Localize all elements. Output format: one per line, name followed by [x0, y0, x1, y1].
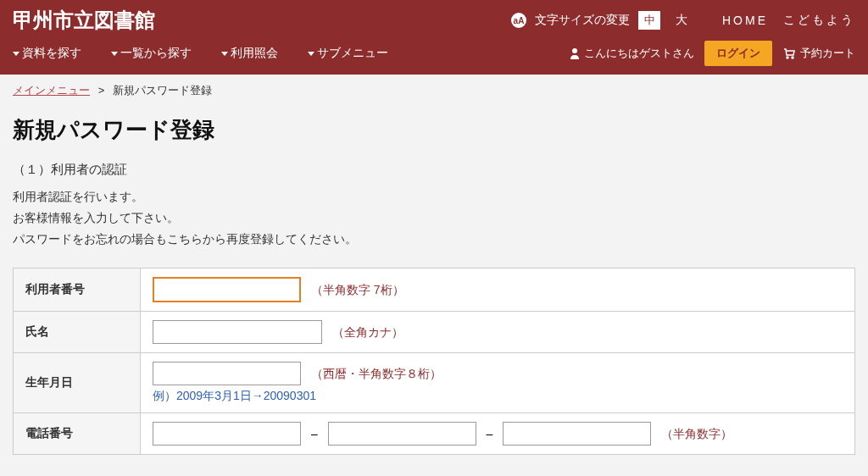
cart-link[interactable]: 予約カート: [782, 46, 855, 61]
header: 甲州市立図書館 aA 文字サイズの変更 中 大 HOME こどもよう 資料を探す…: [0, 0, 868, 75]
menu-search[interactable]: 資料を探す: [13, 46, 81, 61]
greeting: こんにちはゲストさん: [569, 46, 694, 61]
breadcrumb-current: 新規パスワード登録: [113, 84, 212, 97]
description-line-1: 利用者認証を行います。: [13, 186, 855, 208]
svg-point-1: [787, 57, 788, 58]
cart-icon: [782, 47, 796, 59]
description: 利用者認証を行います。 お客様情報を入力して下さい。 パスワードをお忘れの場合も…: [13, 186, 855, 251]
phone-hint: （半角数字）: [661, 427, 732, 440]
cell-birth: （西暦・半角数字８桁） 例）2009年3月1日→20090301: [141, 352, 855, 412]
home-link[interactable]: HOME: [722, 14, 768, 27]
breadcrumb-separator: >: [98, 84, 105, 97]
menu-submenu[interactable]: サブメニュー: [308, 46, 388, 61]
cell-name: （全角カナ）: [141, 311, 855, 352]
user-number-hint: （半角数字 7桁）: [311, 283, 404, 296]
phone-dash-1: –: [311, 427, 318, 440]
kids-link[interactable]: こどもよう: [783, 13, 855, 28]
caret-down-icon: [308, 52, 314, 56]
header-bottom-row: 資料を探す 一覧から探す 利用照会 サブメニュー こんにちはゲストさん ログイン…: [0, 34, 868, 75]
content: 新規パスワード登録 （１）利用者の認証 利用者認証を行います。 お客様情報を入力…: [0, 107, 868, 476]
description-line-3: パスワードをお忘れの場合もこちらから再度登録してください。: [13, 229, 855, 250]
row-name: 氏名 （全角カナ）: [14, 311, 855, 352]
menu-list-label: 一覧から探す: [120, 46, 192, 61]
font-size-large-button[interactable]: 大: [669, 13, 694, 28]
birth-input[interactable]: [153, 362, 301, 385]
phone-input-3[interactable]: [503, 422, 651, 446]
row-user-number: 利用者番号 （半角数字 7桁）: [14, 268, 855, 311]
header-top-row: 甲州市立図書館 aA 文字サイズの変更 中 大 HOME こどもよう: [0, 0, 868, 34]
row-phone: 電話番号 – – （半角数字）: [14, 412, 855, 454]
name-hint: （全角カナ）: [332, 325, 403, 339]
menu-search-label: 資料を探す: [22, 46, 81, 61]
font-size-icon: aA: [511, 13, 526, 28]
label-phone: 電話番号: [14, 412, 141, 454]
menu-usage-label: 利用照会: [231, 46, 278, 61]
form-table: 利用者番号 （半角数字 7桁） 氏名 （全角カナ） 生年月日 （西暦・半角数字８…: [13, 268, 855, 455]
cell-phone: – – （半角数字）: [141, 412, 855, 454]
breadcrumb: メインメニュー > 新規パスワード登録: [0, 75, 868, 107]
font-size-medium-button[interactable]: 中: [638, 11, 660, 30]
greeting-text: こんにちはゲストさん: [584, 46, 694, 61]
cart-label: 予約カート: [800, 46, 855, 61]
description-line-2: お客様情報を入力して下さい。: [13, 208, 855, 229]
breadcrumb-main-link[interactable]: メインメニュー: [13, 84, 90, 97]
row-birth: 生年月日 （西暦・半角数字８桁） 例）2009年3月1日→20090301: [14, 352, 855, 412]
menu-usage[interactable]: 利用照会: [221, 46, 278, 61]
label-name: 氏名: [14, 311, 141, 352]
step-title: （１）利用者の認証: [13, 162, 855, 178]
caret-down-icon: [13, 52, 19, 56]
user-area: こんにちはゲストさん ログイン 予約カート: [569, 41, 855, 66]
phone-input-1[interactable]: [153, 422, 301, 446]
name-input[interactable]: [153, 320, 322, 344]
birth-example: 例）2009年3月1日→20090301: [153, 389, 843, 404]
caret-down-icon: [221, 52, 228, 56]
menu-submenu-label: サブメニュー: [317, 46, 388, 61]
user-number-input[interactable]: [153, 277, 301, 302]
page-title: 新規パスワード登録: [13, 115, 855, 145]
font-size-controls: aA 文字サイズの変更 中 大: [511, 11, 694, 30]
cell-user-number: （半角数字 7桁）: [141, 268, 855, 311]
menu-list[interactable]: 一覧から探す: [111, 46, 192, 61]
svg-point-0: [572, 48, 577, 53]
main-menu: 資料を探す 一覧から探す 利用照会 サブメニュー: [13, 46, 569, 61]
label-birth: 生年月日: [14, 352, 141, 412]
label-user-number: 利用者番号: [14, 268, 141, 311]
phone-input-2[interactable]: [328, 422, 476, 446]
phone-dash-2: –: [486, 427, 492, 440]
font-size-label: 文字サイズの変更: [535, 13, 630, 28]
caret-down-icon: [111, 52, 118, 56]
svg-point-2: [792, 57, 793, 58]
login-button[interactable]: ログイン: [704, 41, 772, 66]
birth-hint: （西暦・半角数字８桁）: [311, 367, 442, 380]
person-icon: [569, 47, 581, 59]
site-title[interactable]: 甲州市立図書館: [13, 7, 511, 34]
